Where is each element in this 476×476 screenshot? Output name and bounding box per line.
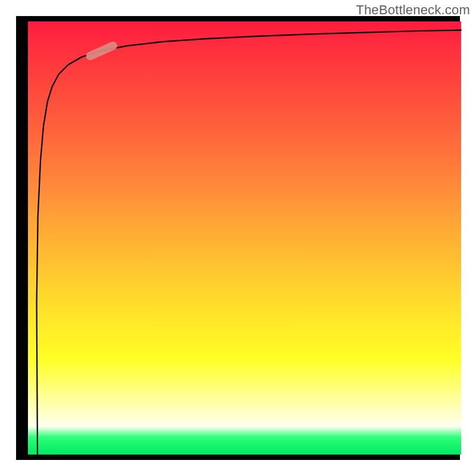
curve-layer — [28, 21, 461, 455]
svg-rect-0 — [84, 40, 118, 62]
chart-canvas: TheBottleneck.com — [0, 0, 476, 476]
curve-marker — [84, 40, 118, 62]
curve-line — [37, 30, 461, 455]
